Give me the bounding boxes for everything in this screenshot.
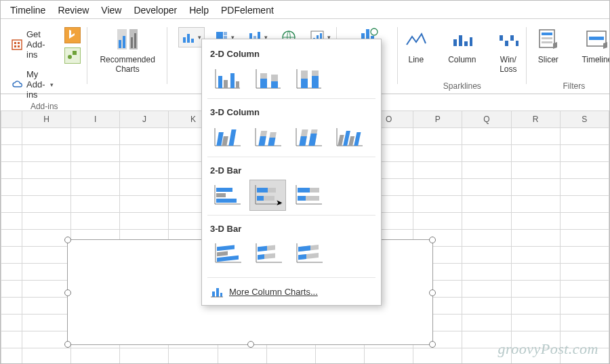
svg-rect-75: [308, 134, 317, 146]
3d-100-stacked-bar-option[interactable]: [290, 238, 327, 269]
more-column-charts-button[interactable]: More Column Charts...: [207, 279, 375, 300]
menu-help[interactable]: Help: [189, 5, 209, 16]
menu-pdfelement[interactable]: PDFelement: [221, 5, 274, 16]
svg-rect-64: [312, 76, 319, 88]
svg-rect-13: [183, 37, 186, 43]
more-column-charts-label: More Column Charts...: [229, 287, 318, 297]
col-header[interactable]: Q: [462, 111, 511, 128]
3d-clustered-bar-option[interactable]: [209, 238, 245, 269]
visio-icon[interactable]: [64, 47, 81, 64]
group-title-filters: Filters: [563, 81, 585, 92]
svg-rect-92: [217, 251, 228, 256]
svg-rect-80: [216, 188, 232, 192]
dd-heading-3d-bar: 3-D Bar: [207, 218, 375, 238]
bing-icon[interactable]: [64, 27, 81, 43]
group-addins: Get Add-ins My Add-ins ▾: [1, 19, 87, 94]
column-chart-icon: [182, 31, 195, 44]
3d-100-stacked-column-option[interactable]: [290, 121, 327, 153]
svg-rect-79: [354, 132, 361, 146]
slicer-button[interactable]: Slicer: [527, 23, 570, 67]
svg-rect-35: [464, 41, 468, 46]
100-stacked-bar-option[interactable]: [290, 180, 327, 211]
svg-rect-91: [217, 245, 235, 251]
resize-handle[interactable]: [429, 341, 436, 348]
svg-rect-50: [224, 80, 228, 88]
chevron-down-icon: ▾: [50, 81, 54, 88]
svg-rect-84: [268, 188, 276, 193]
svg-rect-55: [260, 79, 267, 88]
col-header[interactable]: H: [22, 111, 71, 128]
svg-rect-88: [298, 188, 310, 193]
svg-rect-3: [14, 45, 16, 47]
timeline-icon: [586, 26, 609, 53]
svg-rect-51: [230, 73, 235, 88]
sparkline-winloss-button[interactable]: Win/ Loss: [487, 23, 529, 77]
col-header[interactable]: I: [71, 111, 120, 128]
svg-rect-52: [236, 81, 239, 88]
svg-rect-16: [216, 32, 223, 39]
svg-rect-101: [298, 254, 306, 260]
resize-handle[interactable]: [429, 289, 436, 296]
timeline-label: Timeline: [582, 55, 610, 64]
svg-rect-68: [258, 136, 266, 146]
100-stacked-column-option[interactable]: [290, 63, 327, 94]
sparkline-column-label: Column: [448, 55, 476, 64]
menu-timeline[interactable]: Timeline: [10, 5, 45, 16]
timeline-button[interactable]: Timeline: [573, 23, 610, 67]
stacked-column-option[interactable]: [249, 63, 286, 94]
svg-rect-0: [12, 40, 22, 49]
resize-handle[interactable]: [64, 237, 71, 243]
3d-stacked-column-option[interactable]: [249, 121, 286, 153]
store-icon: [12, 39, 22, 50]
recommended-charts-icon: [115, 26, 140, 53]
svg-rect-69: [260, 131, 267, 136]
slicer-label: Slicer: [538, 55, 558, 64]
clustered-bar-option[interactable]: [209, 180, 245, 211]
dd-heading-2d-bar: 2-D Bar: [207, 160, 375, 180]
3d-clustered-column-option[interactable]: [209, 121, 245, 153]
svg-rect-39: [510, 35, 514, 41]
svg-rect-67: [228, 129, 236, 146]
column-chart-icon: [210, 285, 224, 298]
menu-view[interactable]: View: [101, 5, 121, 16]
menu-review[interactable]: Review: [58, 5, 89, 16]
svg-rect-82: [216, 199, 237, 203]
recommended-charts-button[interactable]: RecommendedCharts: [94, 23, 160, 77]
col-header[interactable]: J: [120, 111, 169, 128]
svg-rect-37: [500, 35, 503, 41]
svg-rect-20: [249, 33, 252, 39]
3d-column-option[interactable]: [331, 121, 367, 153]
svg-point-32: [371, 28, 378, 35]
svg-rect-93: [217, 256, 239, 262]
sparkline-column-button[interactable]: Column: [440, 23, 485, 77]
sparkline-line-button[interactable]: Line: [395, 23, 437, 77]
menu-developer[interactable]: Developer: [134, 5, 177, 16]
menubar: Timeline Review View Developer Help PDFe…: [1, 1, 609, 19]
svg-rect-62: [301, 79, 308, 88]
sparkline-winloss-icon: [497, 26, 519, 53]
svg-rect-104: [220, 293, 222, 297]
svg-rect-94: [258, 246, 267, 251]
get-addins-button[interactable]: Get Add-ins: [7, 27, 58, 62]
svg-rect-9: [119, 40, 121, 48]
svg-rect-38: [505, 41, 508, 46]
insert-column-chart-button[interactable]: ▾: [178, 27, 205, 47]
resize-handle[interactable]: [64, 289, 71, 296]
svg-rect-70: [268, 138, 275, 146]
svg-rect-76: [338, 135, 344, 146]
col-header[interactable]: P: [413, 111, 462, 128]
3d-stacked-bar-option[interactable]: [249, 238, 286, 269]
sparkline-line-icon: [405, 26, 427, 53]
svg-rect-40: [516, 41, 518, 46]
svg-rect-78: [348, 136, 354, 146]
resize-handle[interactable]: [429, 237, 436, 243]
svg-rect-1: [14, 42, 16, 44]
resize-handle[interactable]: [247, 341, 254, 348]
stacked-bar-option[interactable]: ➤: [249, 180, 286, 211]
col-header[interactable]: S: [560, 111, 609, 128]
svg-rect-44: [542, 41, 552, 43]
resize-handle[interactable]: [64, 341, 71, 348]
clustered-column-option[interactable]: [209, 63, 245, 94]
col-header[interactable]: R: [511, 111, 560, 128]
dd-heading-2d-column: 2-D Column: [207, 43, 375, 63]
